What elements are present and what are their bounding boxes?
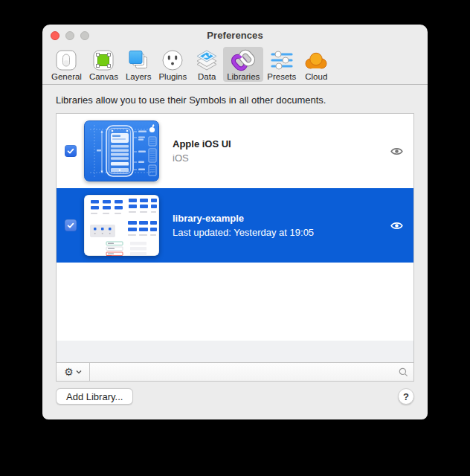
library-info: Apple iOS UI iOS <box>173 138 390 164</box>
general-icon <box>54 49 79 71</box>
gear-icon: ⚙ <box>64 367 74 377</box>
add-library-button[interactable]: Add Library... <box>56 388 133 405</box>
checkmark-icon <box>66 147 75 155</box>
library-filter-bar: ⚙ <box>57 362 413 381</box>
tab-label: Cloud <box>305 72 327 81</box>
library-list: Apple iOS UI iOS <box>56 113 414 382</box>
preview-eye-icon[interactable] <box>390 147 403 156</box>
library-subtitle: Last updated: Yesterday at 19:05 <box>173 227 390 238</box>
plugins-icon <box>160 49 185 71</box>
tab-presets[interactable]: Presets <box>263 47 300 82</box>
empty-list-area <box>57 263 413 341</box>
library-info: library-example Last updated: Yesterday … <box>173 213 390 238</box>
libraries-icon <box>231 49 256 71</box>
tab-canvas[interactable]: Canvas <box>86 47 122 82</box>
tab-libraries[interactable]: Libraries <box>223 47 263 82</box>
preview-eye-icon[interactable] <box>390 221 403 231</box>
library-title: Apple iOS UI <box>173 138 390 149</box>
tab-plugins[interactable]: Plugins <box>155 47 190 82</box>
window-title: Preferences <box>42 30 428 41</box>
libraries-pane: Libraries allow you to use their Symbols… <box>42 85 428 419</box>
library-thumbnail-blueprint <box>84 120 159 181</box>
chevron-down-icon <box>76 370 82 374</box>
checkmark-icon <box>66 221 75 230</box>
library-enabled-checkbox[interactable] <box>65 145 77 157</box>
presets-icon <box>269 49 294 71</box>
cloud-icon <box>303 49 329 71</box>
library-enabled-checkbox[interactable] <box>65 219 77 231</box>
search-icon <box>399 367 408 377</box>
library-actions-menu[interactable]: ⚙ <box>57 363 90 381</box>
canvas-icon <box>91 49 116 71</box>
libraries-description: Libraries allow you to use their Symbols… <box>56 94 414 106</box>
search-field <box>90 363 413 381</box>
bottom-actions: Add Library... ? <box>56 388 414 405</box>
library-row-library-example[interactable]: library-example Last updated: Yesterday … <box>57 188 413 263</box>
tab-label: Presets <box>267 72 296 81</box>
tab-label: General <box>51 72 82 81</box>
library-thumbnail-symbols <box>84 195 159 256</box>
tab-layers[interactable]: Layers <box>122 47 155 82</box>
library-title: library-example <box>173 213 390 224</box>
list-bottom-strip <box>57 341 413 362</box>
help-button[interactable]: ? <box>398 388 414 405</box>
tab-label: Data <box>198 72 216 81</box>
tab-label: Plugins <box>158 72 187 81</box>
preferences-window: Preferences General <box>42 25 428 419</box>
tab-label: Libraries <box>227 72 260 81</box>
tab-general[interactable]: General <box>48 47 86 82</box>
search-input[interactable] <box>90 363 399 381</box>
preferences-toolbar: General Canvas <box>42 47 428 85</box>
layers-icon <box>126 49 151 71</box>
tab-cloud[interactable]: Cloud <box>300 47 332 82</box>
tab-data[interactable]: Data <box>190 47 223 82</box>
library-row-apple-ios-ui[interactable]: Apple iOS UI iOS <box>57 114 413 188</box>
tab-label: Layers <box>126 72 152 81</box>
title-bar[interactable]: Preferences <box>42 25 428 47</box>
data-icon <box>194 49 219 71</box>
library-subtitle: iOS <box>173 152 390 164</box>
tab-label: Canvas <box>89 72 118 81</box>
